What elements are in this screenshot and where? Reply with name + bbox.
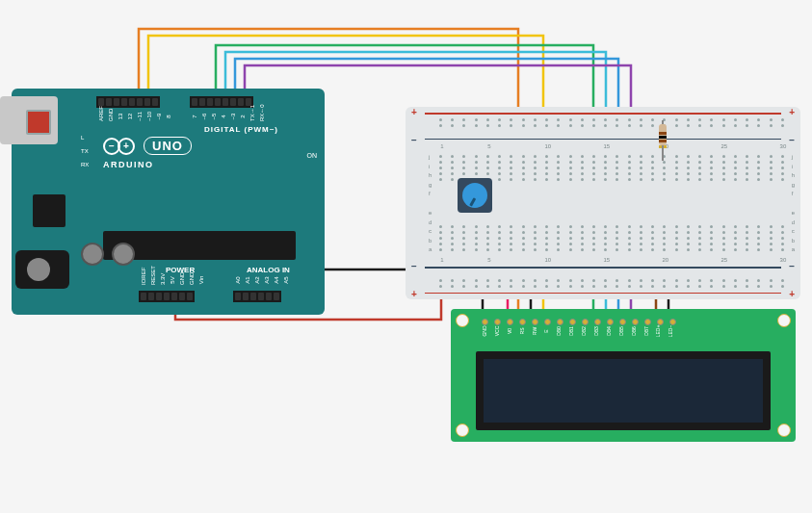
brand-label: ARDUINO — [103, 160, 154, 169]
pin-labels-bot1: IOREFRESET3.3V5VGNDGNDVin — [139, 277, 206, 283]
power-header[interactable] — [139, 291, 195, 302]
arduino-logo: UNO — [103, 137, 192, 155]
rail-plus-bottom: + — [411, 289, 417, 299]
analog-header[interactable] — [233, 291, 281, 302]
arduino-uno-board: UNO ARDUINO ON L TX RX AREFGND1312~11~10… — [12, 89, 325, 315]
pin-labels-top2: 7~6~54~32TX→1RX←0 — [190, 114, 267, 119]
row-labels-left-top: jihgf — [429, 154, 432, 196]
pot-knob-icon[interactable] — [462, 183, 487, 208]
rail-holes-bottom[interactable] — [439, 279, 786, 288]
led-labels: L TX RX — [81, 131, 89, 171]
analog-section-label: ANALOG IN — [247, 266, 290, 274]
lcd-16x2: GNDVCCV0RSRWEDB0DB1DB2DB3DB4DB5DB6DB7LED… — [451, 309, 796, 442]
lcd-pin-labels: GNDVCCV0RSRWEDB0DB1DB2DB3DB4DB5DB6DB7LED… — [479, 328, 677, 334]
col-labels-bottom: 151015202530 — [437, 257, 788, 263]
row-labels-right-bottom: edcba — [792, 210, 795, 252]
on-led-label: ON — [307, 152, 318, 159]
digital-header-1[interactable] — [96, 96, 160, 108]
rail-minus-top: − — [411, 135, 417, 145]
model-label: UNO — [152, 139, 183, 153]
reset-button[interactable] — [26, 110, 51, 135]
rail-minus-bottom: − — [411, 261, 417, 271]
rail-holes-top[interactable] — [439, 118, 786, 127]
capacitors — [81, 243, 135, 266]
digital-section-label: DIGITAL (PWM~) — [204, 125, 278, 134]
potentiometer[interactable] — [458, 178, 492, 213]
lcd-screen — [476, 351, 771, 430]
pin-labels-top1: AREFGND1312~11~10~98 — [96, 114, 173, 119]
digital-header-2[interactable] — [190, 96, 253, 108]
resistor[interactable] — [659, 120, 667, 161]
row-labels-right-top: jihgf — [792, 154, 795, 196]
rail-plus-top: + — [411, 107, 417, 117]
col-labels-top: 151015202530 — [437, 143, 788, 149]
barrel-jack — [15, 250, 69, 289]
tie-holes-bottom[interactable] — [439, 225, 786, 251]
pin-labels-bot2: A0A1A2A3A4A5 — [233, 277, 291, 283]
tie-holes-top[interactable] — [439, 155, 786, 181]
infinity-icon — [103, 138, 138, 155]
power-section-label: POWER — [166, 266, 195, 274]
row-labels-left-bottom: edcba — [429, 210, 432, 252]
atmega-chip-small — [33, 194, 65, 227]
